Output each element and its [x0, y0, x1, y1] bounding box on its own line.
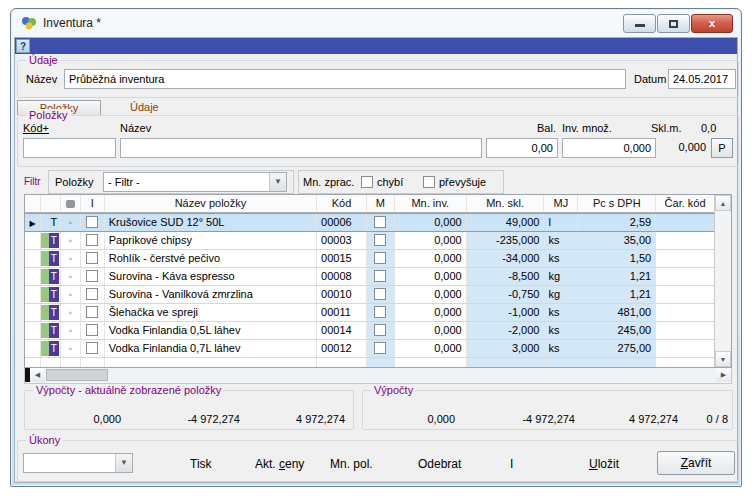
row-marker: ▶ — [25, 214, 41, 231]
entry-nazev-input[interactable] — [120, 138, 482, 158]
bal-input[interactable]: 0,00 — [486, 138, 558, 158]
vertical-scrollbar[interactable]: ▲ ▼ — [714, 195, 731, 367]
zavrit-button[interactable]: Zavřít — [657, 451, 735, 475]
kod-label[interactable]: Kód+ — [23, 122, 49, 134]
app-icon — [21, 15, 37, 31]
dot-icon: ◦ — [69, 307, 73, 318]
row-checkbox[interactable] — [86, 324, 98, 336]
type-badge: T — [49, 323, 59, 338]
window-title: Inventura * — [43, 16, 101, 30]
tab-udaje[interactable]: Údaje — [130, 101, 159, 113]
row-checkbox[interactable] — [86, 252, 98, 264]
akt-ceny-button[interactable]: Akt. ceny — [255, 457, 304, 471]
kod-input[interactable] — [23, 138, 116, 158]
header-mn-inv: Mn. inv. — [395, 195, 467, 212]
mn-skl-cell: -235,000 — [467, 232, 545, 249]
mn-pol-button[interactable]: Mn. pol. — [330, 457, 373, 471]
row-checkbox[interactable] — [86, 306, 98, 318]
filter-polozky-label: Položky — [55, 176, 94, 188]
row-checkbox[interactable] — [86, 342, 98, 354]
restore-button[interactable] — [657, 14, 690, 33]
m-checkbox[interactable] — [374, 216, 386, 228]
sklm-label: Skl.m. — [651, 122, 682, 134]
row-checkbox[interactable] — [86, 216, 98, 228]
odebrat-button[interactable]: Odebrat — [418, 457, 461, 471]
i-cell — [81, 340, 105, 357]
row-checkbox[interactable] — [86, 270, 98, 282]
totals-all-v3: 4 972,274 — [575, 413, 678, 425]
horizontal-scrollbar[interactable]: ◀ ▶ — [24, 368, 732, 384]
pc-cell: 1,50 — [578, 250, 656, 267]
code-cell: 00011 — [317, 304, 367, 321]
minimize-button[interactable] — [623, 14, 656, 33]
code-cell: 00010 — [317, 286, 367, 303]
zavrit-key: Z — [681, 456, 688, 470]
mn-zprac-box: Mn. zprac. chybí převyšuje — [298, 170, 504, 194]
mj-cell: ks — [544, 304, 578, 321]
totals-visible-groupbox: Výpočty - aktuálně zobrazené položky 0,0… — [24, 390, 354, 430]
table-row[interactable]: T ◦ Surovina - Vanilková zmrzlina 00010 … — [25, 286, 714, 304]
m-checkbox[interactable] — [374, 324, 386, 336]
mn-zprac-label: Mn. zprac. — [303, 176, 354, 188]
green-stripe — [41, 215, 49, 230]
table-row[interactable]: T ◦ Vodka Finlandia 0,5L láhev 00014 0,0… — [25, 322, 714, 340]
totals-visible-label: Výpočty - aktuálně zobrazené položky — [33, 384, 224, 396]
type-cell: T — [41, 322, 61, 339]
help-button[interactable]: ? — [16, 39, 30, 53]
table-row[interactable]: T ◦ Šlehačka ve spreji 00011 0,000 -1,00… — [25, 304, 714, 322]
totals-visible-v1: 0,000 — [31, 413, 121, 425]
row-marker — [25, 268, 41, 285]
mn-skl-cell: 49,000 — [467, 214, 545, 231]
ukony-select[interactable]: ▼ — [23, 453, 133, 473]
prevysuje-checkbox[interactable] — [423, 176, 435, 188]
ulozit-button[interactable]: Uložit — [589, 457, 619, 471]
inv-mnoz-label: Inv. množ. — [562, 122, 612, 134]
m-checkbox[interactable] — [374, 234, 386, 246]
scroll-left-icon[interactable]: ◀ — [30, 368, 45, 382]
bar-cell — [656, 322, 714, 339]
mn-skl-cell: -0,750 — [467, 286, 545, 303]
table-row[interactable]: T ◦ Paprikové chipsy 00003 0,000 -235,00… — [25, 232, 714, 250]
m-checkbox[interactable] — [374, 288, 386, 300]
titlebar[interactable]: Inventura * x — [11, 9, 741, 37]
scroll-up-icon[interactable]: ▲ — [715, 195, 731, 211]
app-window: Inventura * x ? Údaje Název Průběžná inv… — [10, 8, 742, 487]
chybi-checkbox[interactable] — [361, 176, 373, 188]
row-marker — [25, 232, 41, 249]
totals-all-v2: -4 972,274 — [465, 413, 575, 425]
table-row[interactable]: T ◦ Rohlík - čerstvé pečivo 00015 0,000 … — [25, 250, 714, 268]
sklm-value: 0,000 — [658, 141, 706, 153]
row-checkbox[interactable] — [86, 234, 98, 246]
m-checkbox[interactable] — [374, 270, 386, 282]
m-checkbox[interactable] — [374, 342, 386, 354]
udaje-group-label: Údaje — [26, 54, 61, 66]
dot-icon: ◦ — [69, 217, 73, 228]
bar-cell — [656, 250, 714, 267]
tisk-button[interactable]: Tisk — [190, 457, 212, 471]
mn-inv-cell: 0,000 — [395, 286, 467, 303]
nazev-input[interactable]: Průběžná inventura — [64, 69, 626, 89]
i-button[interactable]: I — [510, 457, 513, 471]
inv-mnoz-input[interactable]: 0,000 — [562, 138, 656, 158]
datum-input[interactable]: 24.05.2017 — [668, 69, 736, 89]
table-row[interactable]: T ◦ Surovina - Káva espresso 00008 0,000… — [25, 268, 714, 286]
scroll-down-icon[interactable]: ▼ — [715, 351, 731, 367]
table-row[interactable]: ▶ T ◦ Krušovice SUD 12° 50L 00006 0,000 … — [25, 213, 714, 232]
code-cell: 00012 — [317, 340, 367, 357]
note-cell: ◦ — [61, 304, 81, 321]
ukony-group-label: Úkony — [26, 434, 63, 446]
type-badge: T — [49, 305, 59, 320]
p-button[interactable]: P — [711, 138, 733, 158]
type-cell: T — [41, 268, 61, 285]
row-marker — [25, 250, 41, 267]
m-checkbox[interactable] — [374, 306, 386, 318]
scroll-right-icon[interactable]: ▶ — [716, 368, 731, 382]
filter-select[interactable]: - Filtr - ▼ — [103, 172, 287, 192]
dot-icon: ◦ — [69, 289, 73, 300]
table-row[interactable]: T ◦ Vodka Finlandia 0,7L láhev 00012 0,0… — [25, 340, 714, 358]
table-header-row[interactable]: I Název položky Kód M Mn. inv. Mn. skl. … — [25, 195, 714, 213]
m-checkbox[interactable] — [374, 252, 386, 264]
row-checkbox[interactable] — [86, 288, 98, 300]
hscroll-thumb[interactable] — [46, 369, 108, 381]
close-button[interactable]: x — [691, 14, 733, 33]
